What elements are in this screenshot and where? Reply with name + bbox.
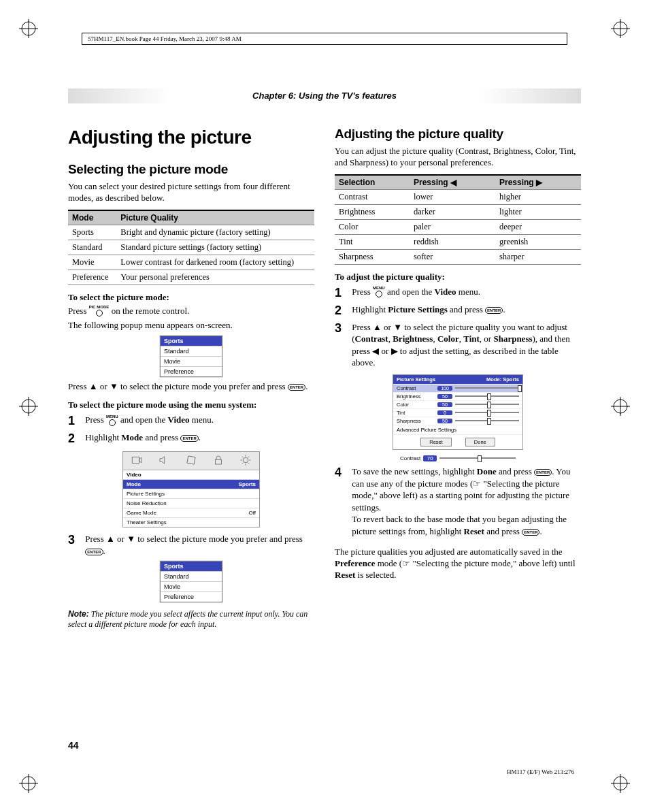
rstep-2: 2 Highlight Picture Settings and press E… bbox=[335, 304, 581, 318]
enter-icon: ENTER bbox=[288, 384, 305, 391]
page-number: 44 bbox=[68, 740, 79, 751]
popup-menu-2: Sports Standard Movie Preference bbox=[160, 561, 222, 602]
quality-table: Selection Pressing ◀ Pressing ▶ Contrast… bbox=[335, 174, 581, 265]
select-instruction: Press ▲ or ▼ to select the picture mode … bbox=[68, 381, 314, 393]
popup-item: Sports bbox=[161, 336, 222, 346]
left-column: Adjusting the picture Selecting the pict… bbox=[68, 127, 314, 630]
popup-item: Movie bbox=[161, 581, 222, 591]
mode-table-h2: Picture Quality bbox=[116, 210, 314, 225]
rstep-1: 1 Press MENU and open the Video menu. bbox=[335, 286, 581, 300]
popup-item: Sports bbox=[161, 562, 222, 571]
subheading-select-mode: Selecting the picture mode bbox=[68, 162, 314, 177]
svg-rect-19 bbox=[187, 456, 195, 464]
tab-audio-icon bbox=[150, 454, 178, 468]
svg-point-21 bbox=[243, 457, 248, 463]
done-button: Done bbox=[465, 438, 495, 446]
chapter-bar: Chapter 6: Using the TV's features bbox=[68, 88, 581, 103]
closing-para: The picture qualities you adjusted are a… bbox=[335, 547, 581, 581]
slider-row: Brightness50 bbox=[393, 392, 522, 400]
tab-video-icon bbox=[123, 454, 150, 468]
tab-lock-icon bbox=[205, 454, 232, 468]
press-pic-mode: Press PIC MODE on the remote control. bbox=[68, 306, 314, 318]
svg-point-0 bbox=[22, 22, 35, 35]
enter-icon: ENTER bbox=[522, 529, 539, 536]
osd-section: Video bbox=[123, 470, 259, 480]
svg-rect-20 bbox=[216, 459, 222, 464]
intro-quality: You can adjust the picture quality (Cont… bbox=[335, 146, 581, 169]
enter-icon: ENTER bbox=[485, 307, 503, 314]
rstep-4: 4 To save the new settings, highlight Do… bbox=[335, 466, 581, 537]
osd-row: Game ModeOff bbox=[123, 508, 259, 517]
enter-icon: ENTER bbox=[534, 469, 552, 476]
slider-row: Color50 bbox=[393, 400, 522, 408]
step-3: 3 Press ▲ or ▼ to select the picture mod… bbox=[68, 533, 314, 557]
lead-adjust-quality: To adjust the picture quality: bbox=[335, 272, 581, 282]
popup-item: Standard bbox=[161, 571, 222, 581]
svg-point-9 bbox=[614, 777, 627, 790]
slider-row: Sharpness50 bbox=[393, 417, 522, 425]
osd-mode-row: ModeSports bbox=[123, 480, 259, 489]
tab-app-icon bbox=[178, 454, 205, 468]
svg-point-12 bbox=[22, 400, 35, 413]
subheading-quality: Adjusting the picture quality bbox=[335, 127, 581, 142]
menu-icon: MENU bbox=[106, 415, 118, 426]
osd-row: Picture Settings bbox=[123, 489, 259, 498]
mode-table-h1: Mode bbox=[68, 210, 116, 225]
popup-intro: The following popup menu appears on-scre… bbox=[68, 320, 314, 331]
pic-mode-icon: PIC MODE bbox=[89, 305, 110, 316]
svg-point-6 bbox=[22, 777, 35, 790]
popup-item: Movie bbox=[161, 356, 222, 366]
lead-select-mode: To select the picture mode: bbox=[68, 292, 314, 303]
svg-rect-18 bbox=[132, 457, 139, 464]
svg-point-15 bbox=[614, 400, 627, 413]
advanced-link: Advanced Picture Settings bbox=[393, 425, 522, 434]
main-heading: Adjusting the picture bbox=[68, 127, 314, 148]
osd-row: Noise Reduction bbox=[123, 498, 259, 508]
svg-line-27 bbox=[248, 463, 250, 464]
step-2: 2 Highlight Mode and press ENTER. bbox=[68, 432, 314, 446]
slider-row: Tint0 bbox=[393, 408, 522, 417]
page-content: 57HM117_EN.book Page 44 Friday, March 23… bbox=[68, 33, 581, 779]
osd-picture-settings: Picture SettingsMode: Sports Contrast100… bbox=[393, 374, 523, 450]
tab-setup-icon bbox=[232, 454, 259, 468]
menu-icon: MENU bbox=[373, 286, 385, 297]
mode-table: Mode Picture Quality SportsBright and dy… bbox=[68, 210, 314, 285]
popup-menu: Sports Standard Movie Preference bbox=[160, 336, 222, 377]
enter-icon: ENTER bbox=[85, 549, 103, 555]
lead-menu-system: To select the picture mode using the men… bbox=[68, 400, 314, 410]
mini-contrast-slider: Contrast 70 bbox=[400, 455, 516, 461]
note: Note: The picture mode you select affect… bbox=[68, 609, 314, 630]
svg-line-29 bbox=[242, 463, 244, 464]
popup-item: Preference bbox=[161, 366, 222, 376]
rstep-3: 3 Press ▲ or ▼ to select the picture qua… bbox=[335, 321, 581, 369]
svg-line-28 bbox=[248, 457, 250, 458]
footer-code: HM117 (E/F) Web 213:276 bbox=[507, 768, 574, 775]
slider-row: Contrast100 bbox=[393, 384, 522, 392]
right-column: Adjusting the picture quality You can ad… bbox=[335, 127, 581, 630]
popup-item: Preference bbox=[161, 591, 222, 602]
book-header-text: 57HM117_EN.book Page 44 Friday, March 23… bbox=[88, 35, 242, 42]
svg-point-3 bbox=[614, 22, 627, 35]
book-header: 57HM117_EN.book Page 44 Friday, March 23… bbox=[82, 33, 567, 45]
osd-row: Theater Settings bbox=[123, 517, 259, 527]
intro-text: You can select your desired picture sett… bbox=[68, 181, 314, 204]
osd-video-menu: Video ModeSports Picture Settings Noise … bbox=[122, 451, 260, 527]
reset-button: Reset bbox=[420, 438, 452, 446]
chapter-label: Chapter 6: Using the TV's features bbox=[252, 91, 397, 101]
step-1: 1 Press MENU and open the Video menu. bbox=[68, 414, 314, 428]
enter-icon: ENTER bbox=[180, 435, 198, 442]
popup-item: Standard bbox=[161, 346, 222, 356]
svg-line-26 bbox=[242, 457, 244, 458]
